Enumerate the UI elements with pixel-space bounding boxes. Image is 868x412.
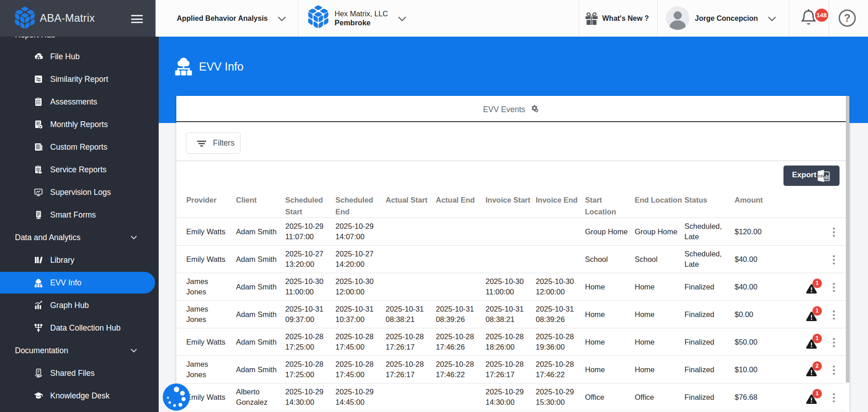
svg-text:CSV: CSV xyxy=(818,175,825,178)
